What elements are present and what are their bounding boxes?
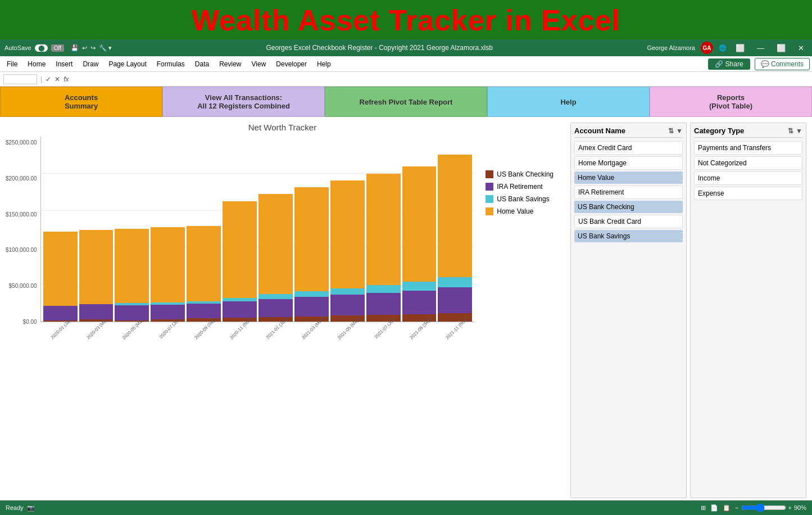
account-item-mortgage[interactable]: Home Mortgage [574, 156, 683, 170]
view-page-layout-icon[interactable]: 📄 [710, 504, 718, 512]
restore-icon[interactable]: ⬜ [732, 44, 748, 52]
chart-bars [40, 137, 475, 322]
minimize-icon[interactable]: — [754, 44, 768, 52]
formula-input[interactable] [72, 75, 809, 83]
category-filter-icon[interactable]: ▼ [796, 127, 802, 135]
refresh-button[interactable]: Refresh Pivot Table Report [325, 87, 487, 117]
legend-color-checking [486, 170, 493, 178]
account-item-ira[interactable]: IRA Retirement [574, 186, 683, 199]
cell-reference[interactable]: H48 [3, 74, 37, 84]
bar-group-3 [151, 137, 185, 322]
menu-home[interactable]: Home [23, 58, 50, 70]
cloud-icon: 🌐 [719, 44, 727, 52]
bar-home-segment [294, 187, 329, 291]
category-item-payments[interactable]: Payments and Transfers [694, 141, 802, 155]
reports-label: Reports (Pivot Table) [709, 93, 752, 110]
account-item-home-value[interactable]: Home Value [574, 171, 683, 184]
bar-group-11 [438, 137, 472, 322]
menu-data[interactable]: Data [190, 58, 214, 70]
redo-icon[interactable]: ↪ [90, 44, 96, 52]
share-button[interactable]: 🔗 Share [708, 58, 750, 70]
view-all-label: View All Transactions: All 12 Registers … [197, 93, 290, 110]
view-normal-icon[interactable]: ⊞ [701, 504, 706, 512]
cancel-formula-icon[interactable]: ✕ [55, 75, 60, 83]
status-camera-icon: 📷 [27, 504, 35, 512]
maximize-icon[interactable]: ⬜ [773, 44, 789, 52]
account-filter-icon[interactable]: ▼ [676, 127, 683, 135]
account-filter-header: Account Name ⇅ ▼ [574, 127, 683, 138]
formula-separator: | [40, 75, 42, 83]
bar-savings-segment [258, 294, 293, 299]
y-label-100k: $100,000.00 [6, 247, 37, 253]
save-icon[interactable]: 💾 [71, 44, 79, 52]
bar-home-segment [115, 229, 149, 303]
legend-label-home: Home Value [497, 207, 533, 215]
filename: Georges Excel Checkbook Register - Copyr… [112, 44, 647, 52]
chart-container: $250,000.00 $200,000.00 $150,000.00 $100… [6, 137, 559, 350]
reports-button[interactable]: Reports (Pivot Table) [650, 87, 812, 117]
chart-inner: 2020-01 (Jan)2020-03 (Mar)2020-05 (May)2… [40, 137, 475, 350]
zoom-out-icon[interactable]: − [735, 504, 738, 511]
comments-button[interactable]: 💬 Comments [755, 58, 810, 70]
menu-insert[interactable]: Insert [51, 58, 77, 70]
legend-label-ira: IRA Retirement [497, 183, 542, 191]
banner-title: Wealth Asset Tracker in Excel [0, 3, 812, 37]
bar-savings-segment [294, 291, 329, 297]
account-item-credit-card[interactable]: US Bank Credit Card [574, 215, 683, 228]
account-item-amex[interactable]: Amex Credit Card [574, 141, 683, 155]
status-ready: Ready [6, 504, 24, 511]
bar-home-segment [187, 226, 221, 301]
menu-file[interactable]: File [2, 58, 22, 70]
customize-icon[interactable]: 🔧 ▾ [99, 44, 112, 52]
zoom-slider[interactable] [741, 503, 786, 512]
category-sort-icon[interactable]: ⇅ [788, 127, 793, 135]
menu-draw[interactable]: Draw [78, 58, 103, 70]
help-button[interactable]: Help [487, 87, 650, 117]
bar-group-8 [330, 137, 365, 322]
bar-home-segment [258, 194, 293, 294]
legend-color-ira [486, 183, 493, 191]
account-sort-icon[interactable]: ⇅ [668, 127, 674, 135]
zoom-percent: 90% [794, 504, 806, 511]
legend-checking: US Bank Checking [486, 170, 554, 178]
view-all-button[interactable]: View All Transactions: All 12 Registers … [162, 87, 325, 117]
account-filter-panel: Account Name ⇅ ▼ Amex Credit Card Home M… [570, 123, 687, 498]
menu-view[interactable]: View [247, 58, 271, 70]
menu-help[interactable]: Help [312, 58, 335, 70]
y-label-200k: $200,000.00 [6, 175, 37, 182]
accounts-summary-button[interactable]: Accounts Summary [0, 87, 162, 117]
account-item-checking[interactable]: US Bank Checking [574, 201, 683, 213]
category-item-income[interactable]: Income [694, 171, 802, 185]
chart-title: Net Worth Tracker [6, 123, 559, 132]
bar-group-1 [79, 137, 114, 322]
undo-icon[interactable]: ↩ [82, 44, 87, 52]
view-page-break-icon[interactable]: 📋 [723, 504, 731, 512]
bar-ira-segment [366, 293, 401, 315]
close-icon[interactable]: ✕ [795, 44, 808, 52]
menu-page-layout[interactable]: Page Layout [104, 58, 151, 70]
chart-area: Net Worth Tracker $250,000.00 $200,000.0… [0, 117, 565, 504]
chart-legend: US Bank Checking IRA Retirement US Bank … [474, 137, 559, 350]
title-bar-left: AutoSave ⬤ Off 💾 ↩ ↪ 🔧 ▾ [4, 44, 112, 52]
account-filter-title: Account Name [574, 127, 625, 135]
bar-home-segment [366, 174, 401, 285]
autosave-badge: ⬤ [35, 44, 48, 52]
bar-home-segment [79, 230, 114, 304]
menu-developer[interactable]: Developer [271, 58, 311, 70]
right-panel: Account Name ⇅ ▼ Amex Credit Card Home M… [565, 117, 812, 504]
category-item-expense[interactable]: Expense [694, 187, 802, 200]
check-icon[interactable]: ✓ [46, 75, 51, 83]
legend-color-home [486, 207, 493, 215]
user-avatar[interactable]: GA [701, 42, 713, 54]
menu-review[interactable]: Review [215, 58, 246, 70]
bar-home-segment [438, 155, 472, 277]
bar-group-5 [223, 137, 257, 322]
menu-formulas[interactable]: Formulas [152, 58, 189, 70]
legend-savings: US Bank Savings [486, 195, 554, 203]
nav-buttons: Accounts Summary View All Transactions: … [0, 87, 812, 117]
zoom-in-icon[interactable]: + [788, 504, 792, 511]
category-item-not-categorized[interactable]: Not Categorized [694, 156, 802, 170]
chart-x-labels: 2020-01 (Jan)2020-03 (Mar)2020-05 (May)2… [40, 322, 475, 332]
account-item-savings[interactable]: US Bank Savings [574, 230, 683, 242]
bar-home-segment [223, 201, 257, 298]
